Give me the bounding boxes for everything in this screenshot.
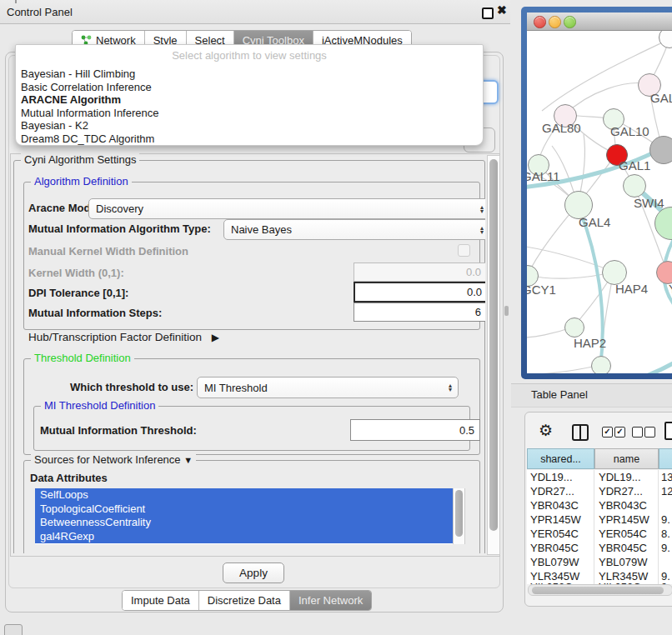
settings-scrollbar[interactable] <box>487 155 500 555</box>
node-label: GAL <box>650 91 672 105</box>
table-cell[interactable]: YPR145W <box>530 513 592 526</box>
network-node[interactable] <box>591 356 611 373</box>
zoom-window-icon[interactable] <box>564 16 576 28</box>
attribute-item[interactable]: BetweennessCentrality <box>35 516 464 530</box>
dropdown-item[interactable]: Bayesian - Hill Climbing <box>21 68 135 80</box>
deselect-all-icon[interactable] <box>632 427 655 438</box>
attribute-item[interactable]: SelfLoops <box>35 488 464 502</box>
column-header-shared-name[interactable]: shared... <box>527 448 594 469</box>
table-cell[interactable]: YBR043C <box>599 499 655 512</box>
cyni-mode-tabbar: Impute Data Discretize Data Infer Networ… <box>122 590 372 611</box>
network-canvas[interactable]: GAL GAL80 GAL10 GAL1 GAL11 SWI4 GAL4 GCY… <box>527 31 672 373</box>
app-root: { "icons": { "close": "✖", "spinner_up":… <box>0 0 672 635</box>
document-icon[interactable] <box>664 422 672 440</box>
data-attributes-label: Data Attributes <box>30 472 108 484</box>
settings-scrollbar-thumb[interactable] <box>489 159 498 531</box>
dropdown-item[interactable]: Basic Correlation Inference <box>21 81 152 93</box>
table-cell[interactable]: YBR045C <box>599 542 655 554</box>
network-node[interactable] <box>623 174 646 198</box>
manual-kernel-label: Manual Kernel Width Definition <box>28 245 188 258</box>
which-threshold-combobox[interactable]: MI Threshold ▴▾ <box>197 377 459 398</box>
table-scrollbar-thumb[interactable] <box>532 587 664 594</box>
tab-impute-data[interactable]: Impute Data <box>123 591 199 610</box>
combobox-spinner-icon: ▴▾ <box>449 383 452 392</box>
algorithm-dropdown-popup: Select algorithm to view settings Bayesi… <box>15 44 484 146</box>
panel-resize-handle[interactable] <box>504 306 509 316</box>
attribute-item[interactable]: gal4RGexp <box>35 530 464 544</box>
node-label: GAL1 <box>619 158 650 172</box>
group-title: Cyni Algorithm Settings <box>21 153 139 166</box>
table-cell[interactable]: 13 <box>661 471 672 483</box>
table-cell[interactable]: YBR045C <box>530 542 592 554</box>
table-cell[interactable]: YBR043C <box>530 499 592 512</box>
node-label: HAP2 <box>574 336 606 350</box>
mi-steps-field[interactable]: 6 <box>354 302 485 322</box>
mi-threshold-field[interactable]: 0.5 <box>350 419 480 441</box>
float-panel-icon[interactable] <box>482 8 494 19</box>
table-cell[interactable]: YER054C <box>599 528 655 540</box>
table-cell[interactable]: YDR27... <box>530 485 592 498</box>
table-cell[interactable]: YDL19... <box>599 471 655 483</box>
kernel-width-field[interactable]: 0.0 <box>354 262 485 282</box>
tab-infer-network[interactable]: Infer Network <box>290 591 371 610</box>
table-cell[interactable]: 8. <box>661 528 672 540</box>
data-attributes-list: SelfLoops TopologicalCoefficient Between… <box>35 488 464 544</box>
dpi-tolerance-field[interactable]: 0.0 <box>354 282 485 302</box>
mi-threshold-label: Mutual Information Threshold: <box>40 424 197 437</box>
which-threshold-label: Which threshold to use: <box>70 381 193 393</box>
table-cell[interactable]: 12 <box>661 485 672 498</box>
table-cell[interactable]: YDL19... <box>530 471 592 483</box>
dropdown-item[interactable]: Bayesian - K2 <box>21 119 88 132</box>
network-node[interactable] <box>649 136 672 164</box>
combobox-spinner-icon: ▴▾ <box>480 226 484 234</box>
control-panel-titlebar <box>0 0 510 24</box>
node-label: Y <box>669 282 672 296</box>
tab-discretize-data[interactable]: Discretize Data <box>199 591 290 610</box>
manual-kernel-checkbox[interactable] <box>458 244 470 257</box>
table-body: YDL19... YDL19... 13 YDR27... YDR27... 1… <box>527 470 672 584</box>
network-window-titlebar[interactable] <box>527 12 672 31</box>
collapse-icon: ▼ <box>183 455 193 465</box>
column-header-name[interactable]: name <box>594 448 659 469</box>
select-all-icon[interactable]: ✓✓ <box>602 427 625 438</box>
kernel-width-label: Kernel Width (0,1): <box>28 267 124 279</box>
table-cell[interactable]: 9. <box>661 513 672 526</box>
hub-definition-toggle[interactable]: Hub/Transcription Factor Definition ▶ <box>28 331 219 343</box>
dropdown-hint: Select algorithm to view settings <box>16 49 483 62</box>
network-node[interactable] <box>564 318 584 338</box>
table-cell[interactable]: YBL079W <box>599 556 655 568</box>
gear-icon[interactable]: ⚙ <box>539 421 553 440</box>
table-cell[interactable]: YER054C <box>530 528 592 540</box>
attribute-item[interactable]: TopologicalCoefficient <box>35 502 464 517</box>
split-columns-icon[interactable] <box>572 424 589 441</box>
close-panel-icon[interactable]: ✖ <box>497 3 507 17</box>
table-horizontal-scrollbar[interactable] <box>528 584 672 596</box>
aracne-mode-combobox[interactable]: Discovery ▴▾ <box>88 198 485 219</box>
dropdown-item[interactable]: Mutual Information Inference <box>21 107 158 119</box>
dropdown-item-selected[interactable]: ARACNE Algorithm <box>21 93 121 106</box>
node-label: GAL10 <box>610 124 649 138</box>
table-cell[interactable]: 9. <box>661 542 672 554</box>
close-window-icon[interactable] <box>534 16 546 28</box>
dropdown-item[interactable]: Dream8 DC_TDC Algorithm <box>21 132 154 145</box>
mi-type-label: Mutual Information Algorithm Type: <box>28 222 211 235</box>
combobox-spinner-icon: ▴▾ <box>480 205 484 213</box>
table-panel-title: Table Panel <box>531 388 588 401</box>
minimize-window-icon[interactable] <box>549 16 561 28</box>
node-label: SWI4 <box>634 196 664 210</box>
table-cell[interactable]: YPR145W <box>599 513 655 526</box>
column-header-partial[interactable] <box>659 448 672 469</box>
table-cell[interactable]: YDR27... <box>599 485 655 498</box>
table-cell[interactable]: YBL079W <box>530 556 592 568</box>
node-label: GAL11 <box>527 169 560 183</box>
attribute-list-scrollbar[interactable] <box>453 488 465 544</box>
sources-title-toggle[interactable]: Sources for Network Inference ▼ <box>31 453 196 466</box>
apply-button[interactable]: Apply <box>223 562 284 583</box>
expand-icon: ▶ <box>212 332 219 343</box>
node-label: GCY1 <box>527 282 556 297</box>
node-label: GAL4 <box>579 215 610 229</box>
mi-type-combobox[interactable]: Naive Bayes ▴▾ <box>223 219 485 240</box>
dpi-tolerance-label: DPI Tolerance [0,1]: <box>28 287 128 299</box>
collapsed-panel-icon[interactable] <box>4 624 23 635</box>
settings-viewport: Cyni Algorithm Settings Algorithm Defini… <box>10 153 485 553</box>
